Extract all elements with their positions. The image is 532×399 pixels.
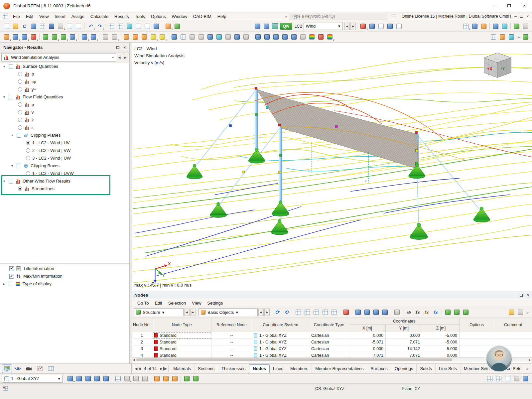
- tree-item-epsilon[interactable]: ε: [0, 124, 129, 131]
- load-wizard-button[interactable]: [149, 33, 158, 42]
- delete-results-button[interactable]: [359, 22, 368, 31]
- analysis-type-combo[interactable]: Wind Simulation Analysis ▾: [1, 54, 116, 62]
- tab-line-sets[interactable]: Line Sets: [436, 364, 461, 373]
- qw-load-button[interactable]: Qw: [280, 23, 292, 30]
- ortho-button[interactable]: [122, 374, 131, 383]
- panel-float-icon[interactable]: [520, 294, 523, 297]
- new-solid-button[interactable]: [50, 33, 59, 42]
- tab-surfaces[interactable]: Surfaces: [367, 364, 391, 373]
- generate-load-button[interactable]: [158, 33, 167, 42]
- fullscreen-table-button[interactable]: [392, 308, 401, 317]
- tab-thicknesses[interactable]: Thicknesses: [218, 364, 249, 373]
- status-monitor-button[interactable]: [512, 374, 521, 383]
- cell-x[interactable]: 0.000: [349, 332, 386, 339]
- menu-go-to[interactable]: Go To: [134, 299, 152, 307]
- close-button[interactable]: ×: [517, 0, 532, 12]
- cell-y[interactable]: 14.142: [386, 345, 422, 352]
- search-expand-icon[interactable]: ▸: [286, 15, 287, 18]
- slope-button[interactable]: [241, 33, 250, 42]
- formula-info-button[interactable]: fx: [431, 308, 440, 317]
- release-button[interactable]: [253, 33, 262, 42]
- cube-x-label[interactable]: +X: [487, 66, 493, 71]
- result-beam-button[interactable]: [289, 33, 298, 42]
- snap-mid-button[interactable]: [83, 374, 92, 383]
- cell-y[interactable]: 0.000: [386, 332, 422, 339]
- navigator-tab-views[interactable]: [13, 364, 23, 373]
- tree-item-clip-box-1[interactable]: 1 - LC2 - Wind | UVW: [0, 170, 129, 177]
- color-scale-button[interactable]: [307, 33, 316, 42]
- up-view-button[interactable]: [232, 33, 241, 42]
- red-pin-button[interactable]: [316, 33, 325, 42]
- tab-members[interactable]: Members: [287, 364, 312, 373]
- k-radio[interactable]: [18, 118, 22, 122]
- polar-button[interactable]: [140, 374, 149, 383]
- collapse-icon[interactable]: [11, 133, 15, 137]
- status-table-button[interactable]: [494, 374, 503, 383]
- cell-no[interactable]: 1: [132, 332, 152, 339]
- insert-row-button[interactable]: [353, 308, 362, 317]
- prev-category-button[interactable]: ◀: [258, 309, 264, 316]
- tree-item-surface-quantities[interactable]: Surface Quantities: [0, 63, 129, 70]
- grid-toggle-button[interactable]: [113, 374, 122, 383]
- doc-minimize-icon[interactable]: –: [514, 14, 517, 19]
- next-table-button[interactable]: ▶: [159, 365, 163, 372]
- mesh-refine-button[interactable]: [140, 33, 149, 42]
- cell-comment[interactable]: [494, 339, 532, 345]
- cell-coordinate-type[interactable]: Cartesian: [309, 352, 349, 357]
- clipping-boxes-checkbox[interactable]: [17, 164, 21, 168]
- cell-no[interactable]: 4: [132, 352, 152, 357]
- save-button[interactable]: [47, 22, 56, 31]
- remove-row-button[interactable]: [362, 308, 371, 317]
- new-opening-button[interactable]: [41, 33, 50, 42]
- menu-calculate[interactable]: Calculate: [87, 12, 111, 21]
- table-group-combo[interactable]: Structure ▾: [134, 308, 184, 316]
- delete-row-button[interactable]: [341, 308, 350, 317]
- cell-coordinate-type[interactable]: Cartesian: [309, 339, 349, 345]
- other-wind-flow-checkbox[interactable]: [9, 179, 13, 184]
- tree-item-p-flow[interactable]: p: [0, 101, 129, 108]
- next-result-button[interactable]: ▶: [123, 54, 128, 61]
- print-button[interactable]: [56, 22, 65, 31]
- tree-item-other-wind-flow-results[interactable]: Other Wind Flow Results: [0, 177, 129, 185]
- type-of-display-row[interactable]: ▸Type of display: [0, 280, 129, 288]
- result-color-strip[interactable]: [272, 23, 278, 29]
- sync-view-button[interactable]: ⟲: [282, 308, 291, 317]
- navigator-tab-tables[interactable]: [46, 364, 56, 373]
- cloud-button[interactable]: C: [20, 22, 29, 31]
- streamlines-radio[interactable]: [18, 187, 22, 191]
- cp-radio[interactable]: [18, 79, 22, 84]
- cartesian-button[interactable]: [131, 374, 140, 383]
- tab-member-representatives[interactable]: Member Representatives: [312, 364, 367, 373]
- tree-item-clip-plane-3[interactable]: 3 - LC2 - Wind | UW: [0, 154, 129, 162]
- new-model-button[interactable]: [2, 22, 11, 31]
- maxmin-information-checkbox[interactable]: [9, 274, 14, 279]
- export-excel-button[interactable]: [452, 308, 461, 317]
- table-row[interactable]: 1 Standard -- 1 - Global XYZ Cartesian 0…: [132, 332, 532, 339]
- undo-button[interactable]: ↶: [86, 22, 95, 31]
- guide-lines-button[interactable]: [110, 33, 119, 42]
- scroll-left-icon[interactable]: ◀: [132, 358, 136, 362]
- cell-coordinate-system[interactable]: 1 - Global XYZ: [252, 339, 309, 345]
- navigator-close-icon[interactable]: ×: [123, 45, 126, 50]
- cell-x[interactable]: 0.000: [349, 345, 386, 352]
- mesh-settings-button[interactable]: [131, 33, 140, 42]
- table-manager-button[interactable]: [116, 22, 125, 31]
- status-grid-button[interactable]: [485, 374, 494, 383]
- table-settings-button[interactable]: [507, 308, 516, 317]
- move-row-up-button[interactable]: [371, 308, 380, 317]
- table-export-button[interactable]: [330, 308, 338, 317]
- tab-nodes[interactable]: Nodes: [249, 364, 270, 373]
- menu-settings[interactable]: Settings: [204, 299, 226, 307]
- search-input[interactable]: Type a keyword (Alt+Q): [289, 13, 388, 20]
- last-table-button[interactable]: ▶: [163, 365, 167, 372]
- cell-coordinate-type[interactable]: Cartesian: [309, 332, 349, 339]
- move-row-down-button[interactable]: [380, 308, 389, 317]
- clip-box-1-radio[interactable]: [26, 171, 30, 176]
- menu-file[interactable]: File: [10, 12, 23, 21]
- formula-button[interactable]: fx: [413, 308, 422, 317]
- navigator-float-icon[interactable]: [116, 46, 119, 49]
- y-plus-radio[interactable]: [18, 87, 22, 91]
- decimal-places-button[interactable]: [479, 22, 488, 31]
- surface-quantities-checkbox[interactable]: [9, 64, 13, 69]
- new-member-button[interactable]: [20, 33, 29, 42]
